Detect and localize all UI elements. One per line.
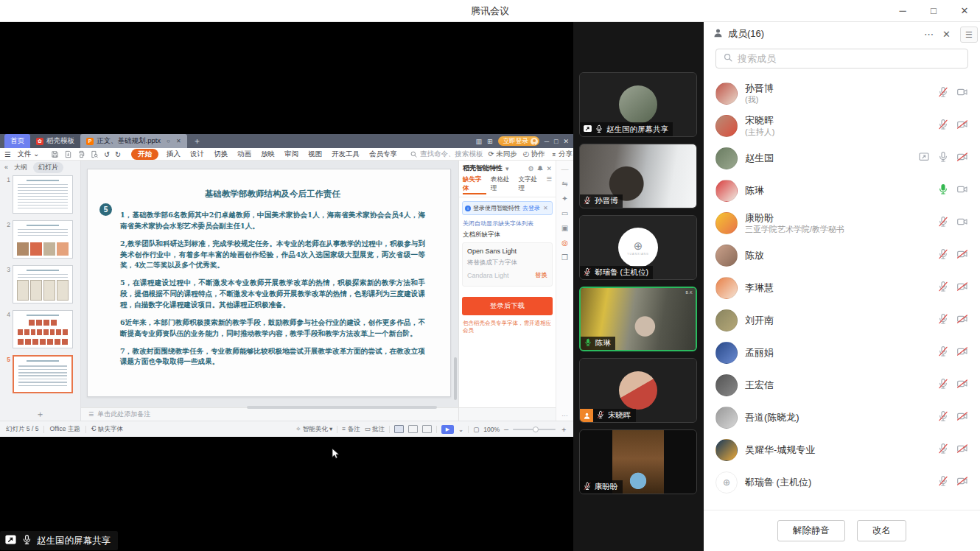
video-tile-郗瑞鲁 (主机位)[interactable]: ⊕YUANXIANG郗瑞鲁 (主机位) xyxy=(579,215,697,280)
member-search-input[interactable]: 搜索成员 xyxy=(715,49,968,69)
close-button[interactable]: ✕ xyxy=(949,0,980,21)
pane-bell-icon[interactable]: 🔔︎ xyxy=(536,165,543,172)
slide-thumbnail-3[interactable]: 3 xyxy=(1,265,77,303)
member-row[interactable]: 王宏信 xyxy=(704,369,980,401)
camera-off-icon[interactable] xyxy=(956,378,968,393)
view-reading-icon[interactable] xyxy=(422,425,432,433)
mic-muted-icon[interactable] xyxy=(937,216,949,231)
tab-outline[interactable]: 大纲 xyxy=(14,163,27,172)
zoom-out-icon[interactable]: ─ xyxy=(504,426,508,433)
camera-on-icon[interactable] xyxy=(956,216,968,231)
slide-thumbnail-4[interactable]: 4 xyxy=(1,310,77,348)
member-row[interactable]: 康盼盼三亚学院艺术学院/教学秘书 xyxy=(704,207,980,239)
zoom-percent[interactable]: 100% xyxy=(483,426,500,433)
horizontal-scrollbar[interactable] xyxy=(247,406,437,409)
wps-tab-document[interactable]: P 正文、基础规划.pptx ○ ✕ xyxy=(80,134,187,148)
rename-button[interactable]: 改名 xyxy=(857,520,906,541)
rail-more-icon[interactable]: … xyxy=(561,410,568,418)
pane-gear-icon[interactable]: ⚙ xyxy=(528,165,533,172)
wps-close-icon[interactable]: ✕ xyxy=(563,138,569,145)
disable-autoshow-link[interactable]: 关闭自动显示缺失字体列表 xyxy=(459,219,556,231)
menu-放映[interactable]: 放映 xyxy=(259,150,276,159)
menu-切换[interactable]: 切换 xyxy=(212,150,229,159)
menu-会员专享[interactable]: 会员专享 xyxy=(368,150,399,159)
camera-off-icon[interactable] xyxy=(956,410,968,425)
notes-toggle[interactable]: ≡ 备注 xyxy=(342,425,360,434)
tab-slides[interactable]: 幻灯片 xyxy=(33,162,63,173)
export-icon[interactable] xyxy=(64,150,72,158)
view-normal-icon[interactable] xyxy=(394,425,404,433)
member-row[interactable]: 刘开南 xyxy=(704,304,980,337)
go-login-link[interactable]: 去登录 xyxy=(522,204,540,212)
mic-on-icon[interactable] xyxy=(937,151,949,166)
vertical-scrollbar[interactable] xyxy=(454,357,457,400)
member-row[interactable]: 吾道(陈晓龙) xyxy=(704,401,980,434)
camera-off-icon[interactable] xyxy=(956,281,968,295)
camera-off-icon[interactable] xyxy=(956,151,968,166)
slideshow-play-button[interactable]: ▶ xyxy=(441,425,454,434)
member-row[interactable]: 陈琳 xyxy=(704,175,980,207)
rail-reader-icon[interactable]: ❐ xyxy=(561,253,568,262)
member-row[interactable]: 陈放 xyxy=(704,239,980,272)
camera-off-icon[interactable] xyxy=(956,248,968,263)
rail-properties-icon[interactable]: ⇋ xyxy=(561,180,567,188)
menu-file[interactable]: 文件 ⌄ xyxy=(16,150,41,159)
pane-tabs-more-icon[interactable]: ☰ xyxy=(546,175,552,194)
members-close-icon[interactable]: ✕ xyxy=(942,29,951,40)
mic-muted-icon[interactable] xyxy=(937,313,949,328)
mic-muted-icon[interactable] xyxy=(937,281,949,295)
redo-icon[interactable]: ↻ xyxy=(115,150,121,158)
smart-beautify-button[interactable]: ✧ 智能美化 ▾ xyxy=(295,425,332,434)
slide-thumbnail-2[interactable]: 2 xyxy=(1,220,77,259)
camera-off-icon[interactable] xyxy=(956,345,968,360)
add-slide-button[interactable]: ＋ xyxy=(0,407,80,421)
menu-开发工具[interactable]: 开发工具 xyxy=(330,150,361,159)
member-row[interactable]: 孟丽娟 xyxy=(704,337,980,369)
mic-muted-icon[interactable] xyxy=(937,248,949,263)
comments-toggle[interactable]: ▭ 批注 xyxy=(365,425,385,434)
print-preview-icon[interactable] xyxy=(91,150,99,158)
new-tab-button[interactable]: ＋ xyxy=(187,134,207,148)
video-tile-赵生国的屏幕共享[interactable]: 赵生国的屏幕共享 xyxy=(579,72,697,137)
wps-minimize-icon[interactable]: ─ xyxy=(545,138,549,145)
camera-off-icon[interactable] xyxy=(956,119,968,133)
slide-thumbnail-1[interactable]: 1 xyxy=(1,175,77,214)
slide-thumbnail-5[interactable]: 5 xyxy=(1,355,77,393)
mic-muted-icon[interactable] xyxy=(937,86,949,101)
mic-muted-icon[interactable] xyxy=(937,345,949,360)
menu-插入[interactable]: 插入 xyxy=(165,150,182,159)
tab-pin-icon[interactable]: ○ xyxy=(167,138,170,144)
video-tile-康盼盼[interactable]: 康盼盼 xyxy=(579,429,697,494)
video-tile-宋晓晖[interactable]: 宋晓晖 xyxy=(579,358,697,423)
missing-font-status[interactable]: Ꞓ 缺失字体 xyxy=(91,425,123,434)
menu-设计[interactable]: 设计 xyxy=(189,150,206,159)
member-row[interactable]: ⊕郗瑞鲁 (主机位) xyxy=(704,466,980,499)
camera-off-icon[interactable] xyxy=(956,443,968,457)
panel-menu-button[interactable]: ☰ xyxy=(960,27,978,43)
zoom-in-icon[interactable]: ＋ xyxy=(560,424,567,435)
rail-smart-features-icon[interactable]: ◎ xyxy=(561,239,568,247)
mic-muted-icon[interactable] xyxy=(937,443,949,457)
pane-close-icon[interactable]: ✕ xyxy=(546,165,552,172)
mic-speaking-icon[interactable] xyxy=(937,183,949,198)
pane-tab-表格处理[interactable]: 表格处理 xyxy=(491,175,514,194)
wps-restore-icon[interactable]: □ xyxy=(554,138,558,145)
collab-button[interactable]: ◴ 协作 xyxy=(523,150,545,159)
tab-close-icon[interactable]: ✕ xyxy=(176,138,181,144)
unmute-button[interactable]: 解除静音 xyxy=(777,520,845,541)
split-view-icon[interactable]: ▥ xyxy=(476,138,483,145)
wps-tab-home[interactable]: 首页 xyxy=(4,134,30,148)
undo-icon[interactable]: ↺ xyxy=(104,150,110,158)
play-options-icon[interactable]: ⌄ xyxy=(458,426,463,433)
save-icon[interactable] xyxy=(51,150,59,158)
camera-on-icon[interactable] xyxy=(956,183,968,198)
mic-muted-icon[interactable] xyxy=(937,475,949,490)
video-tile-陈琳[interactable]: B.K陈琳 xyxy=(579,287,697,351)
maximize-button[interactable]: □ xyxy=(918,0,949,21)
notes-bar[interactable]: ☰ 单击此处添加备注 xyxy=(81,407,458,421)
menu-视图[interactable]: 视图 xyxy=(307,150,323,159)
camera-on-icon[interactable] xyxy=(956,86,968,101)
mic-muted-icon[interactable] xyxy=(937,378,949,393)
menu-开始[interactable]: 开始 xyxy=(131,149,158,160)
pane-tab-缺失字体[interactable]: 缺失字体 xyxy=(463,175,486,194)
